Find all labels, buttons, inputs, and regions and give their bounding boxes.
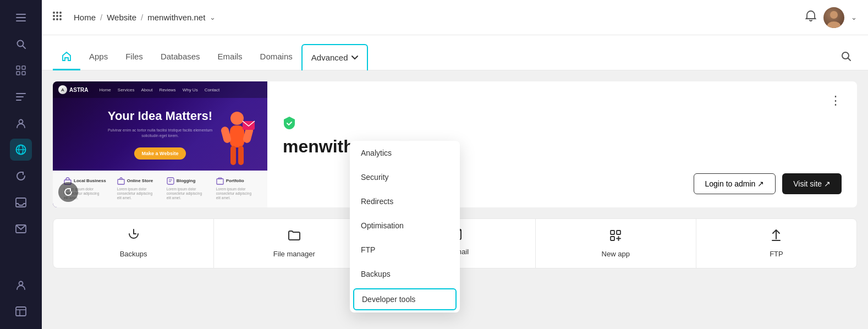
website-preview: A ASTRA Home Services About Reviews Why … bbox=[53, 81, 267, 207]
profile-sidebar-icon[interactable] bbox=[10, 274, 32, 296]
svg-point-22 bbox=[53, 12, 55, 14]
dots-icon[interactable] bbox=[53, 12, 65, 23]
svg-rect-52 bbox=[617, 231, 620, 234]
astra-body: Your Idea Matters! Pulvinar enim ac tort… bbox=[53, 98, 267, 171]
avatar-chevron[interactable]: ⌄ bbox=[851, 13, 857, 21]
breadcrumb: Home / Website / menwithven.net ⌄ bbox=[74, 13, 216, 22]
astra-cta-button[interactable]: Make a Website bbox=[134, 147, 186, 160]
svg-rect-40 bbox=[238, 146, 244, 165]
refresh-preview-button[interactable] bbox=[58, 182, 78, 202]
visit-site-button[interactable]: Visit site ↗ bbox=[782, 173, 842, 194]
dropdown-backups[interactable]: Backups bbox=[350, 262, 460, 286]
search-icon[interactable] bbox=[10, 33, 32, 55]
dropdown-developer-tools[interactable]: Developer tools bbox=[353, 288, 457, 310]
breadcrumb-website[interactable]: Website bbox=[107, 13, 136, 22]
svg-point-12 bbox=[19, 120, 23, 124]
file-manager-icon bbox=[288, 229, 301, 245]
svg-point-23 bbox=[53, 15, 55, 17]
svg-rect-7 bbox=[17, 72, 20, 75]
tab-databases[interactable]: Databases bbox=[152, 44, 209, 70]
breadcrumb-chevron[interactable]: ⌄ bbox=[210, 13, 216, 21]
astra-nav-reviews: Reviews bbox=[159, 87, 175, 92]
topbar-right: ⌄ bbox=[805, 7, 857, 28]
inbox-icon[interactable] bbox=[10, 191, 32, 213]
svg-point-26 bbox=[56, 15, 58, 17]
astra-preview: A ASTRA Home Services About Reviews Why … bbox=[53, 81, 267, 207]
mail-icon[interactable] bbox=[10, 218, 32, 240]
svg-point-27 bbox=[56, 18, 58, 20]
website-info-header: ⋮ bbox=[283, 95, 842, 107]
quick-action-ftp[interactable]: FTP bbox=[696, 219, 856, 268]
more-options-button[interactable]: ⋮ bbox=[829, 95, 842, 107]
tab-files[interactable]: Files bbox=[117, 44, 152, 70]
svg-rect-48 bbox=[218, 178, 222, 179]
tab-home[interactable] bbox=[53, 43, 80, 70]
tab-domains[interactable]: Domains bbox=[251, 44, 301, 70]
svg-point-35 bbox=[230, 112, 244, 125]
tab-advanced[interactable]: Advanced bbox=[301, 44, 368, 70]
svg-rect-47 bbox=[217, 179, 223, 184]
astra-nav-whyus: Why Us bbox=[183, 87, 198, 92]
svg-rect-11 bbox=[16, 100, 21, 101]
astra-header: A ASTRA Home Services About Reviews Why … bbox=[53, 81, 267, 98]
astra-subtext: Pulvinar enim ac tortor nulla facilisi t… bbox=[105, 128, 215, 139]
advanced-dropdown: Analytics Security Redirects Optimisatio… bbox=[350, 141, 460, 312]
grid-icon[interactable] bbox=[10, 59, 32, 81]
quick-action-backups[interactable]: Backups bbox=[53, 219, 214, 268]
svg-rect-2 bbox=[16, 20, 26, 21]
astra-bottom-online-store: Online Store Lorem ipsum dolor consectet… bbox=[117, 177, 156, 201]
svg-rect-19 bbox=[16, 307, 26, 316]
svg-rect-51 bbox=[611, 231, 614, 234]
ssl-shield-icon bbox=[283, 116, 296, 134]
astra-bottom-portfolio: Portfolio Lorem ipsum dolor consectetur … bbox=[216, 177, 255, 201]
refresh-icon[interactable] bbox=[10, 165, 32, 187]
sidebar bbox=[0, 0, 42, 329]
svg-rect-1 bbox=[16, 17, 26, 18]
svg-point-24 bbox=[53, 18, 55, 20]
svg-rect-10 bbox=[16, 96, 24, 97]
website-status-row bbox=[283, 116, 842, 134]
astra-bottom-blogging: Blogging Lorem ipsum dolor consectetur a… bbox=[167, 177, 205, 201]
breadcrumb-sep1: / bbox=[100, 13, 102, 22]
dropdown-redirects[interactable]: Redirects bbox=[350, 189, 460, 213]
hamburger-icon[interactable] bbox=[10, 7, 32, 29]
astra-nav-services: Services bbox=[118, 87, 135, 92]
avatar bbox=[823, 7, 844, 28]
login-admin-button[interactable]: Login to admin ↗ bbox=[694, 173, 776, 194]
breadcrumb-domain[interactable]: menwithven.net bbox=[147, 13, 205, 22]
svg-rect-43 bbox=[118, 179, 124, 184]
tab-apps[interactable]: Apps bbox=[80, 44, 117, 70]
breadcrumb-home[interactable]: Home bbox=[74, 13, 96, 22]
svg-line-34 bbox=[848, 58, 851, 61]
svg-point-29 bbox=[59, 15, 62, 17]
svg-point-28 bbox=[59, 12, 62, 14]
quick-action-new-app[interactable]: New app bbox=[536, 219, 696, 268]
file-manager-label: File manager bbox=[273, 250, 315, 258]
astra-nav-contact: Contact bbox=[205, 87, 220, 92]
svg-rect-0 bbox=[16, 14, 26, 15]
svg-rect-44 bbox=[167, 178, 174, 184]
nav-tabs: Apps Files Databases Emails Domains Adva… bbox=[42, 35, 868, 70]
dropdown-security[interactable]: Security bbox=[350, 165, 460, 189]
table-icon[interactable] bbox=[10, 300, 32, 322]
tab-emails[interactable]: Emails bbox=[209, 44, 251, 70]
svg-point-18 bbox=[19, 282, 23, 286]
list-icon[interactable] bbox=[10, 86, 32, 108]
dropdown-ftp[interactable]: FTP bbox=[350, 238, 460, 262]
globe-icon[interactable] bbox=[10, 139, 32, 161]
topbar: Home / Website / menwithven.net ⌄ ⌄ bbox=[42, 0, 868, 35]
bell-icon[interactable] bbox=[805, 10, 817, 25]
ftp-icon bbox=[770, 229, 783, 245]
user-icon[interactable] bbox=[10, 112, 32, 134]
astra-nav-home: Home bbox=[99, 87, 111, 92]
astra-nav: Home Services About Reviews Why Us Conta… bbox=[99, 87, 219, 92]
nav-search-icon[interactable] bbox=[835, 45, 857, 70]
content-area: A ASTRA Home Services About Reviews Why … bbox=[42, 70, 868, 329]
svg-rect-53 bbox=[611, 237, 614, 240]
backups-label: Backups bbox=[120, 250, 147, 258]
svg-point-30 bbox=[59, 18, 62, 20]
svg-rect-36 bbox=[230, 125, 244, 147]
dropdown-optimisation[interactable]: Optimisation bbox=[350, 213, 460, 238]
dropdown-analytics[interactable]: Analytics bbox=[350, 141, 460, 165]
svg-line-4 bbox=[23, 46, 25, 48]
